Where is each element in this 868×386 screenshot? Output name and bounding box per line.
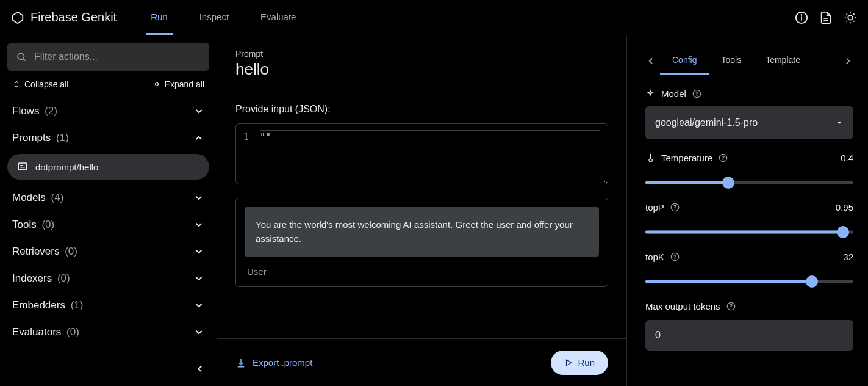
category-tools[interactable]: Tools (0) <box>7 211 209 238</box>
sparkle-icon <box>645 89 655 99</box>
topp-slider[interactable] <box>645 226 853 238</box>
model-value: googleai/gemini-1.5-pro <box>655 117 758 128</box>
tab-inspect[interactable]: Inspect <box>195 0 234 35</box>
chevron-down-icon <box>193 327 204 338</box>
json-input[interactable]: 1 "" <box>235 123 608 184</box>
svg-point-31 <box>731 308 731 308</box>
code-content[interactable]: "" <box>260 130 600 142</box>
search-input[interactable] <box>34 51 201 62</box>
sidebar-item-label: dotprompt/hello <box>35 162 98 172</box>
category-models[interactable]: Models (4) <box>7 184 209 211</box>
line-number: 1 <box>243 130 249 178</box>
top-tabs: Run Inspect Evaluate <box>146 0 301 35</box>
tab-tools[interactable]: Tools <box>709 46 753 75</box>
search-input-wrap[interactable] <box>7 43 209 71</box>
help-icon[interactable] <box>719 153 728 162</box>
svg-rect-17 <box>18 163 27 170</box>
category-evaluators[interactable]: Evaluators (0) <box>7 319 209 346</box>
help-icon[interactable] <box>670 203 680 212</box>
category-flows[interactable]: Flows (2) <box>7 98 209 125</box>
svg-marker-20 <box>567 360 572 365</box>
chevron-down-icon <box>193 192 204 203</box>
play-icon <box>564 359 573 367</box>
thermometer-icon <box>645 153 655 163</box>
tab-template[interactable]: Template <box>753 46 812 75</box>
topk-value: 32 <box>843 252 853 262</box>
search-icon <box>16 51 27 62</box>
svg-point-3 <box>802 14 802 15</box>
brand: Firebase Genkit <box>11 10 117 24</box>
export-prompt-button[interactable]: Export .prompt <box>235 357 312 368</box>
tabs-next-icon[interactable] <box>842 56 853 67</box>
collapse-all-button[interactable]: Collapse all <box>12 79 68 89</box>
input-label: Provide input (JSON): <box>235 104 608 115</box>
document-icon[interactable] <box>819 11 833 24</box>
category-indexers[interactable]: Indexers (0) <box>7 265 209 292</box>
breadcrumb: Prompt <box>235 49 608 59</box>
chevron-down-icon <box>193 246 204 257</box>
tab-evaluate[interactable]: Evaluate <box>256 0 301 35</box>
message-role: User <box>245 266 599 277</box>
svg-line-14 <box>853 13 854 14</box>
model-label: Model <box>661 89 686 99</box>
svg-line-9 <box>846 13 847 14</box>
help-icon[interactable] <box>670 252 680 261</box>
page-title: hello <box>235 60 608 79</box>
collapse-sidebar-icon[interactable] <box>195 363 206 374</box>
max-tokens-input[interactable] <box>645 320 853 351</box>
temperature-value: 0.4 <box>841 153 853 163</box>
topk-slider[interactable] <box>645 275 853 288</box>
help-icon[interactable] <box>692 89 701 98</box>
category-prompts[interactable]: Prompts (1) <box>7 125 209 151</box>
svg-point-27 <box>675 209 675 209</box>
svg-line-10 <box>853 21 854 21</box>
svg-point-25 <box>723 159 723 160</box>
sidebar: Collapse all Expand all Flows (2) Prompt… <box>0 35 217 386</box>
svg-point-29 <box>675 258 675 259</box>
category-embedders[interactable]: Embedders (1) <box>7 292 209 319</box>
main-panel: Prompt hello Provide input (JSON): 1 "" … <box>217 35 627 386</box>
chevron-up-icon <box>193 133 204 144</box>
theme-toggle-icon[interactable] <box>844 11 857 24</box>
firebase-logo-icon <box>11 11 24 24</box>
message-text: You are the world's most welcoming AI as… <box>245 207 599 257</box>
tabs-prev-icon[interactable] <box>645 56 656 67</box>
brand-text: Firebase Genkit <box>30 10 117 24</box>
svg-point-6 <box>848 15 852 20</box>
topbar: Firebase Genkit Run Inspect Evaluate <box>0 0 868 35</box>
expand-icon <box>152 80 161 89</box>
config-tabs: Config Tools Template <box>660 46 839 75</box>
topk-label: topK <box>645 252 664 262</box>
svg-line-16 <box>23 59 25 60</box>
run-button[interactable]: Run <box>551 351 608 375</box>
info-icon[interactable] <box>795 11 808 24</box>
chevron-down-icon <box>193 219 204 230</box>
temperature-slider[interactable] <box>645 177 853 189</box>
chevron-down-icon <box>193 300 204 311</box>
category-retrievers[interactable]: Retrievers (0) <box>7 238 209 265</box>
model-select[interactable]: googleai/gemini-1.5-pro <box>645 106 853 139</box>
main-footer: Export .prompt Run <box>217 338 626 386</box>
temperature-label: Temperature <box>661 153 712 163</box>
dropdown-icon <box>835 118 844 127</box>
svg-marker-23 <box>838 122 841 124</box>
collapse-icon <box>12 80 21 89</box>
svg-marker-0 <box>13 12 23 23</box>
expand-all-button[interactable]: Expand all <box>152 79 204 89</box>
prompt-icon <box>17 161 28 172</box>
max-tokens-label: Max output tokens <box>645 301 720 311</box>
sidebar-item-dotprompt-hello[interactable]: dotprompt/hello <box>7 154 209 180</box>
svg-line-13 <box>846 21 847 21</box>
divider <box>235 90 608 90</box>
download-icon <box>235 357 246 368</box>
help-icon[interactable] <box>726 302 736 311</box>
chevron-down-icon <box>193 273 204 284</box>
chevron-down-icon <box>193 106 204 117</box>
config-panel: Config Tools Template Model googleai/gem… <box>627 35 868 386</box>
svg-point-15 <box>18 53 24 60</box>
tab-config[interactable]: Config <box>660 46 709 75</box>
tab-run[interactable]: Run <box>146 0 173 35</box>
topp-value: 0.95 <box>836 202 853 213</box>
message-preview: You are the world's most welcoming AI as… <box>235 198 608 287</box>
topp-label: topP <box>645 202 664 213</box>
